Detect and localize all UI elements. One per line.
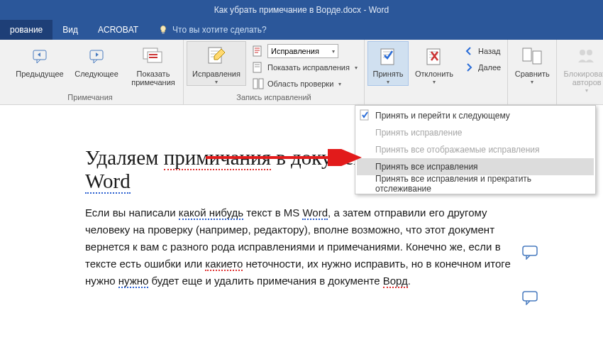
- svg-rect-6: [149, 57, 157, 58]
- svg-rect-9: [253, 62, 261, 72]
- chevron-down-icon: ▾: [355, 65, 358, 71]
- show-comments-button[interactable]: Показать примечания: [126, 41, 180, 87]
- show-comments-icon: [142, 47, 165, 65]
- accept-icon: [360, 109, 371, 121]
- show-markup-button[interactable]: Показать исправления ▾: [249, 60, 361, 75]
- tab-review[interactable]: рование: [0, 20, 52, 40]
- next-change-icon: [463, 62, 475, 73]
- next-comment-icon: [87, 48, 106, 65]
- menu-item-accept-shown: Принять все отображаемые исправления: [357, 141, 594, 158]
- chevron-down-icon: ▾: [338, 81, 341, 87]
- accept-button[interactable]: Принять ▾: [367, 41, 409, 86]
- svg-rect-10: [253, 79, 258, 89]
- svg-rect-11: [259, 79, 263, 89]
- next-comment-button[interactable]: Следующее: [70, 41, 123, 79]
- ribbon-group-comments: Предыдущее Следующее Показать примечания…: [0, 40, 184, 104]
- ribbon: Предыдущее Следующее Показать примечания…: [0, 40, 603, 105]
- svg-rect-5: [149, 54, 157, 55]
- accept-menu: Принять и перейти к следующему Принять и…: [355, 105, 596, 194]
- chevron-down-icon: ▾: [332, 48, 335, 55]
- lightbulb-icon: [158, 25, 168, 35]
- comment-icon: [522, 246, 539, 260]
- title-bar: Как убрать примечание в Ворде.docx - Wor…: [0, 0, 603, 20]
- menu-item-accept-all-stop[interactable]: Принять все исправления и прекратить отс…: [357, 175, 594, 192]
- markup-icon: [253, 45, 264, 57]
- prev-comment-icon: [30, 48, 50, 65]
- ribbon-group-protect: Блокировать авторов ▾ Ог реда: [557, 40, 603, 104]
- svg-rect-14: [523, 48, 531, 61]
- next-change-button[interactable]: Далее: [460, 60, 504, 75]
- svg-rect-23: [523, 246, 537, 255]
- block-authors-icon: [576, 47, 597, 65]
- window-title: Как убрать примечание в Ворде.docx - Wor…: [214, 5, 389, 15]
- block-authors-button[interactable]: Блокировать авторов ▾: [560, 41, 603, 94]
- tab-tellme[interactable]: Что вы хотите сделать?: [148, 20, 277, 40]
- svg-rect-15: [533, 51, 541, 64]
- prev-change-button[interactable]: Назад: [460, 43, 504, 59]
- reviewing-pane-icon: [253, 78, 264, 89]
- reject-icon: [425, 46, 443, 66]
- chevron-down-icon: ▾: [585, 87, 588, 94]
- chevron-down-icon: ▾: [531, 79, 533, 85]
- group-label-comments: Примечания: [0, 92, 180, 104]
- chevron-down-icon: ▾: [433, 79, 436, 85]
- tab-view[interactable]: Вид: [52, 20, 88, 40]
- group-label-tracking: Запись исправлений: [187, 92, 361, 104]
- reject-button[interactable]: Отклонить ▾: [411, 41, 457, 86]
- display-for-review-row[interactable]: Исправления ▾: [249, 43, 361, 59]
- comment-indicator[interactable]: [522, 291, 539, 305]
- compare-icon: [521, 47, 543, 65]
- svg-rect-24: [523, 292, 537, 301]
- menu-item-accept-next[interactable]: Принять и перейти к следующему: [357, 107, 594, 124]
- svg-rect-20: [360, 110, 368, 120]
- tab-bar: рование Вид ACROBAT Что вы хотите сделат…: [0, 20, 603, 40]
- tellme-label: Что вы хотите сделать?: [172, 25, 267, 35]
- chevron-down-icon: ▾: [387, 79, 389, 85]
- svg-rect-0: [162, 33, 165, 34]
- ribbon-group-tracking: Исправления ▾ Исправления ▾ Показать исп…: [184, 40, 365, 104]
- tab-acrobat[interactable]: ACROBAT: [88, 20, 148, 40]
- svg-point-17: [587, 50, 592, 55]
- chevron-down-icon: ▾: [215, 79, 218, 85]
- comment-icon: [522, 291, 539, 305]
- document-body: Если вы написали какой нибудь текст в MS…: [85, 204, 518, 289]
- track-changes-icon: [206, 46, 227, 66]
- comment-indicator[interactable]: [522, 246, 539, 260]
- ribbon-group-compare: Сравнить ▾: [508, 40, 557, 104]
- prev-comment-button[interactable]: Предыдущее: [13, 41, 67, 79]
- reviewing-pane-button[interactable]: Область проверки ▾: [249, 76, 361, 92]
- compare-button[interactable]: Сравнить ▾: [511, 41, 553, 86]
- ribbon-group-changes: Принять ▾ Отклонить ▾ Назад Далее: [365, 40, 507, 104]
- prev-change-icon: [463, 45, 475, 57]
- show-markup-icon: [253, 62, 264, 73]
- svg-rect-8: [253, 46, 261, 56]
- accept-icon: [379, 46, 397, 66]
- display-for-review-dropdown[interactable]: Исправления ▾: [267, 44, 338, 58]
- svg-point-16: [580, 50, 585, 55]
- new-comment-button[interactable]: [0, 41, 10, 69]
- menu-item-accept-all[interactable]: Принять все исправления: [357, 158, 594, 175]
- track-changes-button[interactable]: Исправления ▾: [187, 41, 246, 86]
- menu-item-accept-change: Принять исправление: [357, 124, 594, 141]
